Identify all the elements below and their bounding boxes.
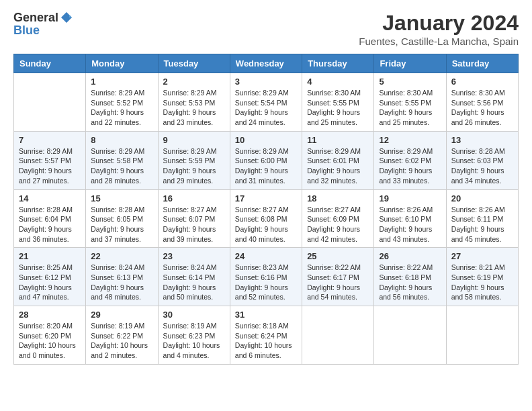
weekday-header-monday: Monday	[86, 54, 158, 73]
calendar-day-cell: 12Sunrise: 8:29 AMSunset: 6:02 PMDayligh…	[374, 131, 446, 189]
day-info: Sunrise: 8:27 AMSunset: 6:09 PMDaylight:…	[307, 205, 369, 244]
calendar-day-cell: 31Sunrise: 8:18 AMSunset: 6:24 PMDayligh…	[230, 306, 302, 365]
day-number: 17	[235, 193, 297, 203]
calendar-day-cell: 15Sunrise: 8:28 AMSunset: 6:05 PMDayligh…	[86, 189, 158, 248]
day-number: 28	[19, 310, 81, 320]
month-title: January 2024	[359, 11, 519, 36]
day-number: 21	[19, 251, 81, 261]
logo: General Blue	[13, 11, 73, 37]
day-number: 7	[19, 135, 81, 145]
day-info: Sunrise: 8:28 AMSunset: 6:04 PMDaylight:…	[19, 205, 81, 244]
calendar-week-row: 7Sunrise: 8:29 AMSunset: 5:57 PMDaylight…	[14, 131, 519, 189]
day-info: Sunrise: 8:23 AMSunset: 6:16 PMDaylight:…	[235, 263, 297, 302]
calendar-day-cell: 17Sunrise: 8:27 AMSunset: 6:08 PMDayligh…	[230, 189, 302, 248]
weekday-header-wednesday: Wednesday	[230, 54, 302, 73]
day-number: 12	[379, 135, 441, 145]
calendar-day-cell: 30Sunrise: 8:19 AMSunset: 6:23 PMDayligh…	[158, 306, 230, 365]
day-info: Sunrise: 8:26 AMSunset: 6:10 PMDaylight:…	[379, 205, 441, 244]
day-info: Sunrise: 8:21 AMSunset: 6:19 PMDaylight:…	[451, 263, 513, 302]
day-info: Sunrise: 8:29 AMSunset: 5:53 PMDaylight:…	[163, 88, 225, 128]
calendar-day-cell: 24Sunrise: 8:23 AMSunset: 6:16 PMDayligh…	[230, 248, 302, 306]
day-number: 31	[235, 310, 297, 320]
day-info: Sunrise: 8:29 AMSunset: 5:57 PMDaylight:…	[19, 146, 81, 186]
day-number: 6	[451, 77, 513, 87]
day-info: Sunrise: 8:24 AMSunset: 6:14 PMDaylight:…	[163, 263, 225, 302]
day-number: 1	[91, 77, 152, 87]
day-info: Sunrise: 8:29 AMSunset: 5:52 PMDaylight:…	[91, 88, 152, 128]
weekday-header-sunday: Sunday	[14, 54, 86, 73]
day-info: Sunrise: 8:27 AMSunset: 6:07 PMDaylight:…	[163, 205, 225, 244]
calendar-day-cell: 22Sunrise: 8:24 AMSunset: 6:13 PMDayligh…	[86, 248, 158, 306]
weekday-header-thursday: Thursday	[302, 54, 374, 73]
logo-blue: Blue	[13, 24, 40, 37]
weekday-header-row: SundayMondayTuesdayWednesdayThursdayFrid…	[14, 54, 519, 73]
day-number: 26	[379, 251, 441, 261]
day-info: Sunrise: 8:28 AMSunset: 6:03 PMDaylight:…	[451, 146, 513, 186]
calendar-day-cell: 28Sunrise: 8:20 AMSunset: 6:20 PMDayligh…	[14, 306, 86, 365]
calendar-week-row: 14Sunrise: 8:28 AMSunset: 6:04 PMDayligh…	[14, 189, 519, 248]
day-info: Sunrise: 8:22 AMSunset: 6:18 PMDaylight:…	[379, 263, 441, 302]
calendar-day-cell: 13Sunrise: 8:28 AMSunset: 6:03 PMDayligh…	[446, 131, 518, 189]
calendar-day-cell: 14Sunrise: 8:28 AMSunset: 6:04 PMDayligh…	[14, 189, 86, 248]
location-title: Fuentes, Castille-La Mancha, Spain	[359, 36, 519, 47]
calendar-day-cell: 23Sunrise: 8:24 AMSunset: 6:14 PMDayligh…	[158, 248, 230, 306]
empty-cell	[302, 306, 374, 365]
calendar-table: SundayMondayTuesdayWednesdayThursdayFrid…	[13, 54, 519, 365]
day-info: Sunrise: 8:19 AMSunset: 6:23 PMDaylight:…	[163, 321, 225, 361]
day-number: 3	[235, 77, 297, 87]
empty-cell	[14, 73, 86, 132]
day-number: 24	[235, 251, 297, 261]
day-number: 5	[379, 77, 441, 87]
day-number: 4	[307, 77, 369, 87]
calendar-day-cell: 1Sunrise: 8:29 AMSunset: 5:52 PMDaylight…	[86, 73, 158, 132]
calendar-day-cell: 8Sunrise: 8:29 AMSunset: 5:58 PMDaylight…	[86, 131, 158, 189]
logo-icon	[60, 11, 73, 24]
calendar-day-cell: 9Sunrise: 8:29 AMSunset: 5:59 PMDaylight…	[158, 131, 230, 189]
calendar-day-cell: 4Sunrise: 8:30 AMSunset: 5:55 PMDaylight…	[302, 73, 374, 132]
day-number: 18	[307, 193, 369, 203]
day-number: 23	[163, 251, 225, 261]
day-number: 11	[307, 135, 369, 145]
title-section: January 2024 Fuentes, Castille-La Mancha…	[359, 11, 519, 47]
calendar-day-cell: 20Sunrise: 8:26 AMSunset: 6:11 PMDayligh…	[446, 189, 518, 248]
day-number: 8	[91, 135, 152, 145]
calendar-day-cell: 7Sunrise: 8:29 AMSunset: 5:57 PMDaylight…	[14, 131, 86, 189]
day-number: 15	[91, 193, 152, 203]
calendar-day-cell: 16Sunrise: 8:27 AMSunset: 6:07 PMDayligh…	[158, 189, 230, 248]
day-info: Sunrise: 8:26 AMSunset: 6:11 PMDaylight:…	[451, 205, 513, 244]
day-number: 9	[163, 135, 225, 145]
day-info: Sunrise: 8:28 AMSunset: 6:05 PMDaylight:…	[91, 205, 152, 244]
day-info: Sunrise: 8:27 AMSunset: 6:08 PMDaylight:…	[235, 205, 297, 244]
day-info: Sunrise: 8:29 AMSunset: 6:01 PMDaylight:…	[307, 146, 369, 186]
calendar-day-cell: 18Sunrise: 8:27 AMSunset: 6:09 PMDayligh…	[302, 189, 374, 248]
day-info: Sunrise: 8:18 AMSunset: 6:24 PMDaylight:…	[235, 321, 297, 361]
empty-cell	[374, 306, 446, 365]
day-number: 25	[307, 251, 369, 261]
empty-cell	[446, 306, 518, 365]
calendar-day-cell: 5Sunrise: 8:30 AMSunset: 5:55 PMDaylight…	[374, 73, 446, 132]
calendar-day-cell: 25Sunrise: 8:22 AMSunset: 6:17 PMDayligh…	[302, 248, 374, 306]
day-info: Sunrise: 8:22 AMSunset: 6:17 PMDaylight:…	[307, 263, 369, 302]
day-number: 20	[451, 193, 513, 203]
day-info: Sunrise: 8:20 AMSunset: 6:20 PMDaylight:…	[19, 321, 81, 361]
calendar-week-row: 1Sunrise: 8:29 AMSunset: 5:52 PMDaylight…	[14, 73, 519, 132]
calendar-day-cell: 29Sunrise: 8:19 AMSunset: 6:22 PMDayligh…	[86, 306, 158, 365]
day-info: Sunrise: 8:19 AMSunset: 6:22 PMDaylight:…	[91, 321, 152, 361]
day-info: Sunrise: 8:30 AMSunset: 5:56 PMDaylight:…	[451, 88, 513, 128]
day-info: Sunrise: 8:30 AMSunset: 5:55 PMDaylight:…	[307, 88, 369, 128]
day-number: 13	[451, 135, 513, 145]
day-info: Sunrise: 8:29 AMSunset: 5:59 PMDaylight:…	[163, 146, 225, 186]
weekday-header-tuesday: Tuesday	[158, 54, 230, 73]
calendar-day-cell: 26Sunrise: 8:22 AMSunset: 6:18 PMDayligh…	[374, 248, 446, 306]
day-info: Sunrise: 8:29 AMSunset: 5:54 PMDaylight:…	[235, 88, 297, 128]
day-number: 16	[163, 193, 225, 203]
calendar-day-cell: 3Sunrise: 8:29 AMSunset: 5:54 PMDaylight…	[230, 73, 302, 132]
calendar-week-row: 28Sunrise: 8:20 AMSunset: 6:20 PMDayligh…	[14, 306, 519, 365]
day-number: 30	[163, 310, 225, 320]
day-info: Sunrise: 8:29 AMSunset: 5:58 PMDaylight:…	[91, 146, 152, 186]
day-info: Sunrise: 8:29 AMSunset: 6:02 PMDaylight:…	[379, 146, 441, 186]
calendar-day-cell: 19Sunrise: 8:26 AMSunset: 6:10 PMDayligh…	[374, 189, 446, 248]
day-number: 19	[379, 193, 441, 203]
day-number: 10	[235, 135, 297, 145]
day-info: Sunrise: 8:30 AMSunset: 5:55 PMDaylight:…	[379, 88, 441, 128]
